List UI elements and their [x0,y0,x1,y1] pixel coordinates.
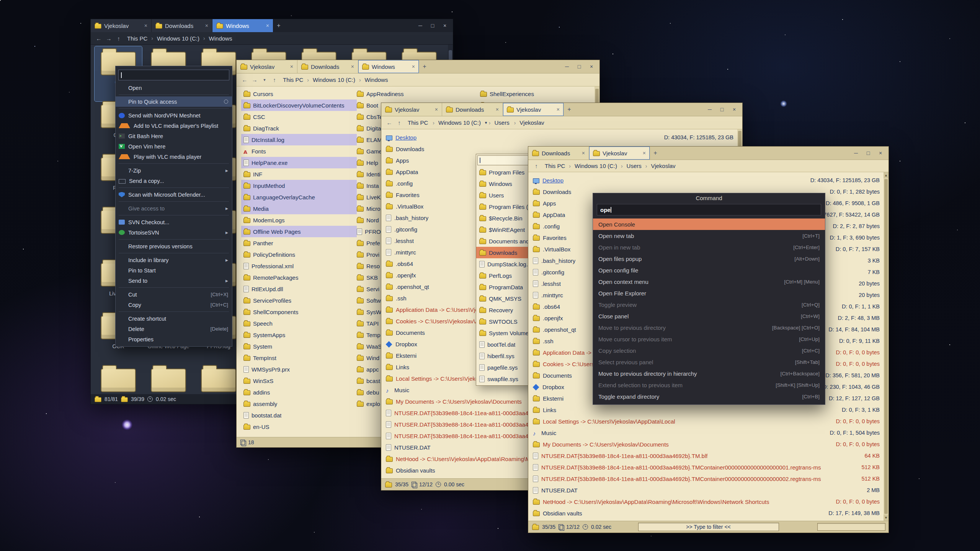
maximize-button[interactable]: □ [573,64,585,70]
file-row[interactable]: RtlExUpd.dll [241,283,357,295]
tab-close-icon[interactable]: × [412,64,415,70]
file-row[interactable]: assembly [241,398,357,409]
palette-item[interactable]: Move cursor to previous item [Ctrl+Up] [593,333,825,345]
context-menu-item[interactable]: TortoiseSVN ▶ [116,227,232,238]
new-tab-button[interactable]: + [273,19,284,32]
up-button[interactable]: ↑ [395,119,403,126]
file-row[interactable]: INF [241,168,357,180]
palette-item[interactable]: Extend selection to previous item [Shift… [593,379,825,391]
tab-close-icon[interactable]: × [290,64,293,70]
breadcrumb-item[interactable]: Windows [362,76,391,84]
tab-close-icon[interactable]: × [144,23,147,29]
tab[interactable]: Downloads × [528,147,589,160]
breadcrumb-item[interactable]: Windows 10 (C:) [154,34,202,42]
context-menu-item[interactable]: Pin to Quick access ▶ [116,96,232,107]
palette-item[interactable]: Open context menu [Ctrl+M] [Menu] [593,276,825,287]
new-tab-button[interactable]: + [564,103,575,116]
palette-item[interactable]: Close panel [Ctrl+W] [593,310,825,322]
palette-item[interactable]: Toggle preview [Ctrl+Q] [593,299,825,310]
up-button[interactable]: ↑ [114,35,123,42]
close-button[interactable]: × [586,64,597,70]
file-row[interactable]: System [241,341,357,352]
maximize-button[interactable]: □ [862,150,874,156]
new-tab-button[interactable]: + [650,147,661,160]
close-button[interactable]: × [875,150,886,156]
context-menu-item[interactable]: ▶ [119,253,229,253]
palette-item[interactable]: Move to previous directory in hierarchy … [593,368,825,379]
file-row[interactable]: CSC [241,111,357,122]
context-menu-item[interactable]: 7-Zip ▶ [116,165,232,176]
context-menu-item[interactable]: ▶ [119,163,229,164]
file-row[interactable]: RemotePackages [241,272,357,283]
breadcrumb-item[interactable]: This PC [405,119,431,127]
context-menu-item[interactable]: Include in library ▶ [116,255,232,265]
minimize-button[interactable]: ─ [415,23,426,29]
context-menu-item[interactable]: ▶ [119,239,229,240]
context-menu-item[interactable]: ▶ [119,108,229,109]
title-bar[interactable]: Vjekoslav × Downloads × Vjekoslav × + ─ … [381,103,742,116]
context-menu-item[interactable]: Play with VLC media player ▶ [116,152,232,162]
file-row[interactable]: Local Settings -> C:\Users\Vjekoslav\App… [528,416,884,427]
file-row[interactable]: Desktop D: 43034, F: 125185, 23 GB [381,132,737,143]
minimize-button[interactable]: ─ [850,150,862,156]
tab-close-icon[interactable]: × [205,23,208,29]
tab-close-icon[interactable]: × [496,106,499,112]
close-button[interactable]: × [439,23,451,29]
scroll-up-icon[interactable]: ▲ [884,172,889,178]
back-button[interactable]: ← [385,119,394,126]
tab-close-icon[interactable]: × [643,150,646,156]
file-row[interactable]: en-US [241,421,357,432]
file-row[interactable]: NTUSER.DAT{53b39e88-18c4-11ea-a811-000d3… [528,450,884,461]
file-row[interactable]: NTUSER.DAT{53b39e88-18c4-11ea-a811-000d3… [528,473,884,484]
context-menu-item[interactable]: Add to VLC media player's Playlist ▶ [116,121,232,131]
breadcrumb-item[interactable]: Users [492,119,512,127]
file-row[interactable]: WMSysPr9.prx [241,364,357,375]
context-menu-item[interactable]: Send a copy... ▶ [116,176,232,186]
up-button[interactable]: ↑ [532,163,541,169]
context-menu-item[interactable]: Pin to Start ▶ [116,265,232,276]
breadcrumb-item[interactable]: This PC [124,34,150,42]
context-menu-item[interactable]: ▶ [119,311,229,312]
tab[interactable]: Windows × [358,60,419,73]
folder-grid-item[interactable] [95,363,142,394]
file-row[interactable]: ShellExperiences [478,88,593,99]
context-menu-item[interactable]: Give access to ▶ [116,203,232,214]
tab-close-icon[interactable]: × [266,23,269,29]
type-to-filter-box[interactable]: >> Type to filter << [638,523,779,531]
file-row[interactable]: DiagTrack [241,122,357,134]
back-button[interactable]: ← [240,77,249,83]
palette-item[interactable]: Copy selection [Ctrl+C] [593,345,825,356]
file-row[interactable]: bootstat.dat [241,409,357,421]
back-button[interactable]: ← [95,35,103,42]
file-row[interactable]: Fonts [241,145,357,157]
file-row[interactable]: Professional.xml [241,260,357,272]
tab[interactable]: Vjekoslav × [503,103,564,116]
palette-item[interactable]: Open config file [593,264,825,276]
context-menu-item[interactable]: Scan with Microsoft Defender... ▶ [116,189,232,200]
file-row[interactable]: Links D: 0, F: 3, 1 KB [528,404,884,416]
breadcrumb-item[interactable]: Windows 10 (C:) [310,76,358,84]
file-row[interactable]: DtcInstall.log [241,134,357,145]
tab-close-icon[interactable]: × [351,64,354,70]
context-menu-item[interactable]: Git Bash Here ▶ [116,131,232,141]
forward-button[interactable]: → [250,77,259,83]
palette-item[interactable]: Open in new tab [Ctrl+Enter] [593,241,825,253]
file-row[interactable]: Obsidian vaults D: 17, F: 149, 38 MB [528,507,884,519]
forward-button[interactable]: → [105,35,113,42]
tab[interactable]: Vjekoslav × [237,60,297,73]
minimize-button[interactable]: ─ [561,64,573,70]
context-menu-item[interactable]: ▶ [119,187,229,188]
context-menu-item[interactable]: Send to ▶ [116,276,232,286]
context-menu-item[interactable]: Send with NordVPN Meshnet ▶ [116,110,232,121]
file-row[interactable]: BitLockerDiscoveryVolumeContents [241,99,357,111]
title-bar[interactable]: Downloads × Vjekoslav × + ─ □ × [528,147,889,160]
palette-item[interactable]: Toggle expand directory [Ctrl+B] [593,391,825,402]
file-row[interactable]: LanguageOverlayCache [241,191,357,203]
breadcrumb-item[interactable]: Vjekoslav [517,119,547,127]
context-menu-item[interactable]: Create shortcut ▶ [116,313,232,324]
tab[interactable]: Downloads × [152,19,212,32]
context-menu-item[interactable]: Properties ▶ [116,334,232,344]
title-bar[interactable]: Vjekoslav × Downloads × Windows × + ─ □ … [237,60,599,73]
file-row[interactable]: TempInst [241,352,357,364]
scrollbar-thumb[interactable] [884,179,888,514]
